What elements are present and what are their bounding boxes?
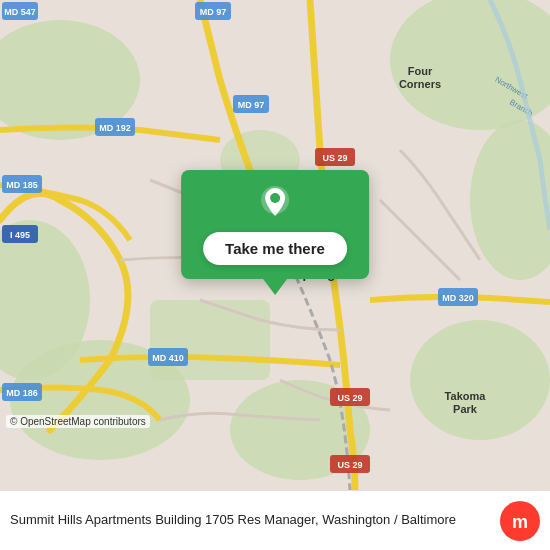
moovit-logo: m <box>500 501 540 541</box>
location-popup: Take me there <box>181 170 369 295</box>
footer-bar: Summit Hills Apartments Building 1705 Re… <box>0 490 550 550</box>
svg-text:US 29: US 29 <box>322 153 347 163</box>
svg-text:Park: Park <box>453 403 478 415</box>
osm-attribution: © OpenStreetMap contributors <box>6 415 150 428</box>
svg-rect-8 <box>150 300 270 380</box>
svg-text:MD 97: MD 97 <box>238 100 265 110</box>
location-title: Summit Hills Apartments Building 1705 Re… <box>10 512 492 529</box>
popup-arrow <box>263 279 287 295</box>
svg-point-42 <box>270 193 280 203</box>
svg-text:Corners: Corners <box>399 78 441 90</box>
svg-text:MD 547: MD 547 <box>4 7 36 17</box>
svg-point-7 <box>410 320 550 440</box>
svg-text:m: m <box>512 512 528 532</box>
popup-card: Take me there <box>181 170 369 279</box>
svg-text:I 495: I 495 <box>10 230 30 240</box>
svg-text:US 29: US 29 <box>337 393 362 403</box>
take-me-there-button[interactable]: Take me there <box>203 232 347 265</box>
location-pin-icon <box>256 184 294 222</box>
moovit-icon: m <box>500 501 540 541</box>
svg-text:MD 186: MD 186 <box>6 388 38 398</box>
svg-text:MD 410: MD 410 <box>152 353 184 363</box>
svg-text:MD 97: MD 97 <box>200 7 227 17</box>
map-container: MD 547 MD 97 MD 97 MD 192 MD 185 I 495 U… <box>0 0 550 490</box>
svg-text:Four: Four <box>408 65 433 77</box>
svg-text:US 29: US 29 <box>337 460 362 470</box>
svg-text:Takoma: Takoma <box>445 390 487 402</box>
svg-text:MD 320: MD 320 <box>442 293 474 303</box>
svg-text:MD 185: MD 185 <box>6 180 38 190</box>
svg-text:MD 192: MD 192 <box>99 123 131 133</box>
